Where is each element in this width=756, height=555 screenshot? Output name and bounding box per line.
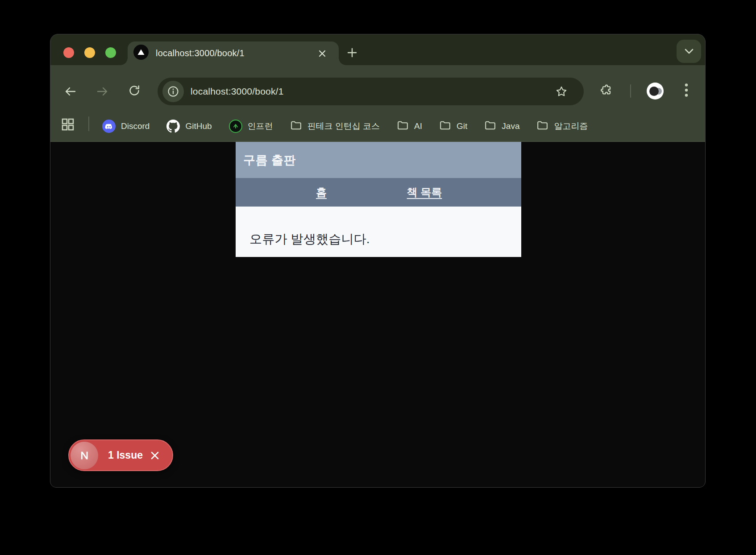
tab-close-icon[interactable] [318,50,326,58]
bookmarks-divider [88,116,89,131]
site-nav: 홈 책 목록 [236,178,521,207]
bookmark-label: Git [457,121,467,131]
site-card: 구름 출판 홈 책 목록 오류가 발생했습니다. [236,142,521,257]
tab-search-chevron-button[interactable] [677,40,701,63]
bookmark-inflearn[interactable]: 인프런 [229,120,273,133]
badge-close-icon[interactable] [150,451,160,460]
new-tab-button[interactable] [346,47,358,58]
browser-window: localhost:3000/book/1 [50,34,706,488]
github-icon [166,120,180,133]
site-info-button[interactable] [162,81,184,102]
error-message: 오류가 발생했습니다. [249,231,507,248]
nav-link-book-list[interactable]: 책 목록 [407,178,442,207]
folder-icon [397,120,409,133]
discord-icon [102,120,116,133]
bookmark-folder-algorithm[interactable]: 알고리즘 [536,120,588,133]
nextjs-favicon-icon [133,45,149,60]
folder-icon [536,120,548,133]
bookmark-discord[interactable]: Discord [102,120,150,133]
bookmark-label: Discord [121,121,150,131]
tab-strip: localhost:3000/book/1 [50,34,705,65]
folder-icon [290,120,302,133]
bookmark-folder-java[interactable]: Java [484,120,519,133]
minimize-window-button[interactable] [84,47,95,58]
extensions-puzzle-icon[interactable] [600,84,613,97]
active-tab[interactable]: localhost:3000/book/1 [128,41,339,65]
profile-avatar[interactable] [647,83,664,99]
address-bar[interactable]: localhost:3000/book/1 [158,78,584,105]
back-button[interactable] [64,85,77,98]
bookmark-label: 알고리즘 [554,120,588,132]
site-header: 구름 출판 [236,142,521,178]
avatar-shape [649,87,659,96]
folder-icon [439,120,451,133]
apps-grid-icon[interactable] [61,118,75,131]
desktop-background: localhost:3000/book/1 [0,0,756,555]
issue-count-label: 1 Issue [108,449,143,461]
toolbar-divider [630,84,631,98]
close-window-button[interactable] [63,47,74,58]
bookmark-label: 인프런 [248,120,273,132]
bookmark-github[interactable]: GitHub [166,120,212,133]
maximize-window-button[interactable] [105,47,116,58]
nextjs-logo-icon[interactable] [71,442,98,469]
bookmark-label: AI [414,121,422,131]
tab-title: localhost:3000/book/1 [156,41,245,65]
bookmark-label: 핀테크 인턴십 코스 [307,120,380,132]
nextjs-devtools-issue-badge[interactable]: 1 Issue [68,439,173,471]
bookmark-label: Java [502,121,519,131]
bookmark-folder-ai[interactable]: AI [397,120,422,133]
bookmark-folder-fintech[interactable]: 핀테크 인턴십 코스 [290,120,380,133]
browser-menu-icon[interactable] [681,84,691,97]
inflearn-icon [229,120,242,133]
url-text[interactable]: localhost:3000/book/1 [191,78,284,105]
site-title: 구름 출판 [243,152,296,168]
bookmark-folder-git[interactable]: Git [439,120,467,133]
bookmark-label: GitHub [185,121,212,131]
bookmark-star-icon[interactable] [555,85,568,98]
page-viewport: 구름 출판 홈 책 목록 오류가 발생했습니다. 1 Issue [50,142,705,488]
folder-icon [484,120,496,133]
bookmarks-list: Discord GitHub 인프런 핀테크 인턴십 코스 [102,111,588,141]
forward-button[interactable] [96,85,108,98]
reload-button[interactable] [128,84,141,97]
nav-link-home[interactable]: 홈 [316,178,327,207]
site-body: 오류가 발생했습니다. [236,207,521,257]
